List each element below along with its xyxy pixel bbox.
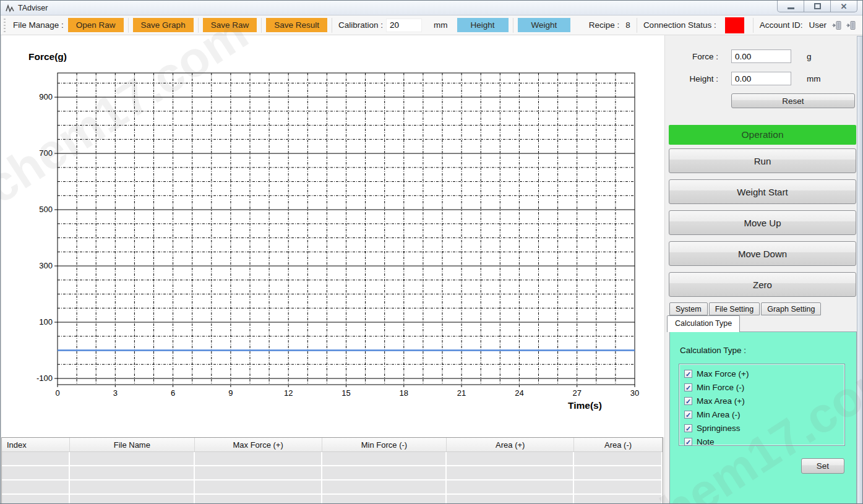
recipe-label: Recipe :	[589, 20, 620, 30]
file-manage-label: File Manage :	[13, 20, 64, 30]
toolbar-blue-buttons: HeightWeight	[456, 18, 572, 33]
maximize-button[interactable]	[804, 1, 831, 12]
height-label: Height :	[656, 74, 718, 83]
checkbox-label: Min Area (-)	[697, 410, 741, 419]
logout-icon[interactable]	[846, 20, 856, 30]
toolbar-button-save-graph[interactable]: Save Graph	[133, 18, 194, 32]
table-cell	[2, 481, 70, 493]
set-button[interactable]: Set	[801, 458, 844, 474]
table-cell	[574, 452, 663, 465]
table-cell	[322, 495, 447, 504]
force-input[interactable]	[731, 49, 791, 63]
table-cell	[447, 481, 574, 493]
zero-button[interactable]: Zero	[669, 272, 856, 297]
toolbar: File Manage : Open RawSave GraphSave Raw…	[1, 15, 862, 35]
table-cell	[574, 495, 663, 504]
checkbox-label: Note	[697, 437, 715, 446]
table-cell	[447, 466, 574, 479]
checkbox-note[interactable]: ✓	[684, 438, 692, 446]
calibration-label: Calibration :	[338, 20, 383, 30]
column-header-min-force: Min Force (-)	[322, 438, 447, 451]
toolbar-button-save-result[interactable]: Save Result	[266, 18, 327, 32]
calculation-type-panel: Calculation Type : ✓Max Force (+)✓Min Fo…	[669, 331, 857, 504]
y-axis-title: Force(g)	[28, 51, 67, 62]
force-label: Force :	[656, 52, 718, 61]
column-header-index: Index	[2, 438, 70, 451]
calc-option-springiness[interactable]: ✓Springiness	[684, 421, 844, 435]
table-cell	[70, 466, 195, 479]
calc-option-min-area[interactable]: ✓Min Area (-)	[684, 408, 844, 421]
titlebar: TAdviser ✕	[1, 1, 862, 15]
toolbar-button-height[interactable]: Height	[457, 18, 509, 32]
window-title: TAdviser	[18, 4, 48, 12]
account-id-value: User	[809, 20, 827, 30]
svg-text:700: 700	[39, 148, 53, 158]
move-down-button[interactable]: Move Down	[669, 241, 856, 266]
checkbox-max-force[interactable]: ✓	[684, 370, 692, 378]
toolbar-separator	[753, 18, 754, 33]
calculation-options-list: ✓Max Force (+)✓Min Force (-)✓Max Area (+…	[679, 364, 845, 446]
move-up-button[interactable]: Move Up	[669, 210, 856, 235]
column-header-file-name: File Name	[70, 438, 195, 451]
right-scrollbar[interactable]	[857, 36, 863, 504]
toolbar-button-weight[interactable]: Weight	[518, 18, 571, 32]
checkbox-min-force[interactable]: ✓	[684, 383, 692, 391]
svg-text:24: 24	[515, 388, 523, 398]
maximize-icon	[814, 3, 821, 9]
toolbar-separator	[198, 18, 199, 33]
svg-text:500: 500	[39, 205, 53, 214]
svg-text:15: 15	[341, 388, 350, 398]
svg-text:300: 300	[39, 261, 53, 270]
login-icon[interactable]	[831, 20, 842, 30]
x-axis-title: Time(s)	[568, 400, 602, 411]
tab-graph-setting[interactable]: Graph Setting	[761, 302, 821, 315]
svg-text:-100: -100	[36, 374, 53, 383]
close-button[interactable]: ✕	[830, 1, 857, 12]
checkbox-label: Min Force (-)	[697, 383, 744, 392]
checkbox-max-area[interactable]: ✓	[684, 397, 692, 405]
checkbox-min-area[interactable]: ✓	[684, 411, 692, 419]
height-unit: mm	[807, 74, 821, 83]
checkbox-label: Springiness	[697, 424, 741, 433]
calc-option-max-area[interactable]: ✓Max Area (+)	[684, 394, 844, 408]
calc-option-note[interactable]: ✓Note	[684, 435, 844, 448]
app-icon	[6, 4, 14, 12]
tab-calculation-type[interactable]: Calculation Type	[667, 315, 740, 332]
table-cell	[70, 481, 195, 493]
weight-start-button[interactable]: Weight Start	[669, 179, 856, 204]
table-row	[2, 495, 663, 504]
toolbar-separator	[513, 18, 513, 33]
table-cell	[322, 466, 447, 479]
svg-text:100: 100	[39, 317, 53, 327]
table-cell	[2, 452, 70, 465]
table-row	[2, 466, 663, 479]
svg-text:900: 900	[39, 92, 53, 101]
toolbar-button-open-raw[interactable]: Open Raw	[68, 18, 124, 32]
account-id-label: Account ID:	[760, 20, 803, 30]
minimize-icon	[788, 7, 794, 9]
table-cell	[447, 495, 574, 504]
run-button[interactable]: Run	[669, 148, 856, 173]
reset-button[interactable]: Reset	[731, 93, 855, 108]
column-header-area: Area (+)	[447, 438, 574, 451]
height-input[interactable]	[731, 72, 791, 85]
table-cell	[574, 466, 663, 479]
chart-area: Force(g) -100100300500700900036912151821…	[2, 35, 664, 437]
calc-option-min-force[interactable]: ✓Min Force (-)	[684, 380, 844, 394]
tab-file-setting[interactable]: File Setting	[709, 302, 760, 315]
table-cell	[70, 452, 195, 465]
tab-system[interactable]: System	[669, 302, 708, 315]
toolbar-button-save-raw[interactable]: Save Raw	[203, 18, 257, 32]
table-cell	[322, 452, 447, 465]
calc-option-max-force[interactable]: ✓Max Force (+)	[684, 367, 844, 380]
checkbox-springiness[interactable]: ✓	[684, 424, 692, 432]
table-body	[2, 452, 663, 504]
close-icon: ✕	[841, 2, 848, 11]
calibration-input[interactable]	[386, 19, 422, 32]
operation-header: Operation	[669, 125, 856, 145]
svg-text:21: 21	[457, 388, 466, 398]
table-cell	[574, 481, 663, 493]
minimize-button[interactable]	[777, 1, 804, 12]
app-window: TAdviser ✕ File Manage : Open RawSave Gr…	[0, 0, 863, 504]
toolbar-separator	[261, 18, 262, 33]
